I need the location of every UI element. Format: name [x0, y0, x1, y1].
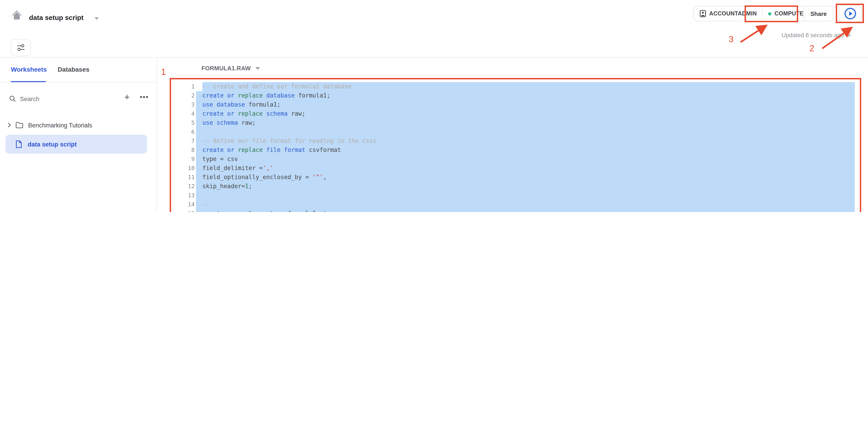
title-dropdown-caret[interactable]	[94, 17, 99, 20]
folder-icon	[16, 122, 23, 128]
worksheet-label: data setup script	[28, 141, 77, 148]
worksheet-file-icon	[16, 140, 22, 148]
warehouse-status-dot	[768, 12, 771, 15]
code-line[interactable]: type = csv	[196, 155, 855, 164]
role-label: ACCOUNTADMIN	[709, 10, 757, 17]
code-line[interactable]: field_optionally_enclosed_by = '"',	[196, 173, 855, 182]
search-icon	[9, 95, 16, 104]
sidebar-more-button[interactable]: •••	[140, 93, 149, 101]
annotation-label-2: 2	[809, 43, 814, 54]
pill-separator	[762, 9, 763, 18]
code-line[interactable]	[196, 127, 855, 136]
code-line[interactable]: -- define our file format for reading in…	[196, 136, 855, 145]
code-line[interactable]: --	[196, 200, 855, 209]
code-line[interactable]: field_delimiter =','	[196, 164, 855, 173]
tab-worksheets[interactable]: Worksheets	[11, 66, 47, 73]
code-line[interactable]: skip_header=1;	[196, 182, 855, 191]
share-button[interactable]: Share	[804, 6, 834, 21]
snowsight-worksheet-page: data setup script ACCOUNTADMIN COMPUTE_W…	[0, 0, 868, 212]
search-input[interactable]: Search	[20, 96, 39, 102]
line-number-gutter: 1234567891011121314151617181920212223242…	[171, 82, 195, 212]
code-line[interactable]	[196, 191, 855, 200]
updated-dropdown-caret[interactable]	[847, 34, 851, 37]
code-line[interactable]: create or replace stage formula1_stage	[196, 209, 855, 212]
sidebar-tabs-divider	[0, 82, 157, 83]
annotation-label-1: 1	[161, 67, 166, 77]
code-line[interactable]: use database formula1;	[196, 100, 855, 109]
filters-button[interactable]	[11, 39, 31, 56]
code-line[interactable]: -- create and define our formula1 databa…	[196, 82, 855, 91]
folder-label: Benchmarking Tutorials	[28, 122, 92, 129]
context-role-warehouse-pill[interactable]: ACCOUNTADMIN COMPUTE_WH	[693, 6, 823, 21]
sidebar-divider	[157, 58, 157, 212]
new-worksheet-button[interactable]: +	[124, 92, 129, 102]
code-line[interactable]: create or replace database formula1;	[196, 91, 855, 100]
play-icon	[844, 7, 857, 20]
user-icon	[700, 10, 706, 17]
tab-databases[interactable]: Databases	[58, 66, 89, 73]
code-line[interactable]: create or replace schema raw;	[196, 109, 855, 118]
context-dropdown-caret	[255, 67, 260, 70]
sidebar-item-worksheet-selected[interactable]: data setup script	[5, 135, 147, 154]
code-line[interactable]: create or replace file format csvformat	[196, 145, 855, 155]
sidebar-item-folder[interactable]: Benchmarking Tutorials	[7, 119, 152, 131]
annotation-label-3: 3	[729, 34, 734, 44]
updated-timestamp: Updated 8 seconds ago	[771, 32, 844, 38]
page-title: data setup script	[29, 13, 84, 21]
context-selector[interactable]: FORMULA1.RAW	[202, 65, 260, 72]
header-divider	[0, 57, 868, 58]
run-button[interactable]	[839, 5, 862, 22]
code-line[interactable]: use schema raw;	[196, 118, 855, 127]
chevron-right-icon[interactable]	[7, 123, 11, 128]
context-label: FORMULA1.RAW	[202, 65, 251, 72]
sliders-icon	[16, 43, 25, 52]
home-icon[interactable]	[11, 9, 23, 23]
sql-code-editor[interactable]: -- create and define our formula1 databa…	[196, 82, 860, 212]
